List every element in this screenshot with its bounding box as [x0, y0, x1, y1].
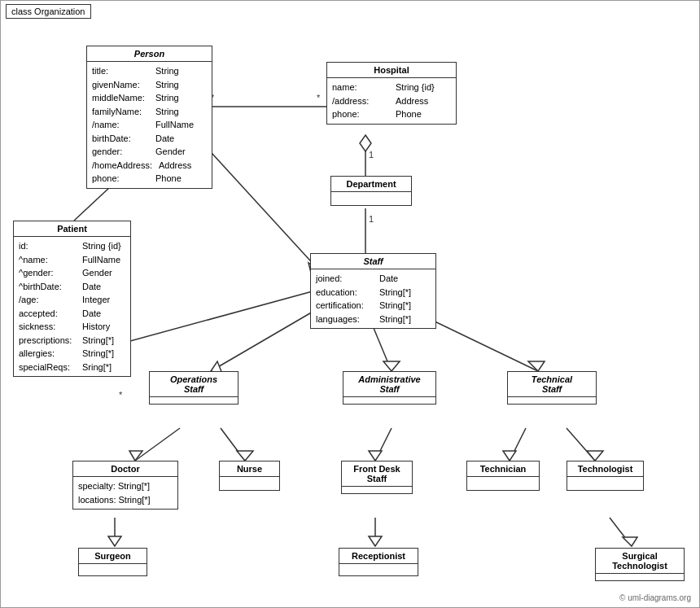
class-person-header: Person	[87, 46, 212, 62]
svg-line-27	[375, 428, 392, 461]
class-patient: Patient id:String {id} ^name:FullName ^g…	[13, 221, 131, 377]
class-surgical-technologist-header: SurgicalTechnologist	[596, 549, 684, 574]
class-technical-staff: TechnicalStaff	[507, 371, 597, 405]
class-department-header: Department	[331, 177, 411, 192]
svg-line-14	[211, 308, 318, 371]
class-nurse-header: Nurse	[220, 461, 279, 477]
svg-marker-17	[383, 361, 400, 371]
class-administrative-staff-body	[343, 397, 435, 404]
svg-line-25	[221, 428, 245, 461]
svg-line-12	[203, 143, 318, 269]
class-hospital-body: name:String {id} /address:Address phone:…	[327, 78, 456, 124]
class-department: Department	[330, 176, 412, 206]
svg-marker-26	[237, 451, 253, 461]
svg-marker-32	[587, 451, 603, 461]
svg-marker-28	[369, 451, 382, 461]
class-surgeon: Surgeon	[78, 548, 147, 576]
class-technical-staff-body	[508, 397, 596, 404]
class-receptionist: Receptionist	[339, 548, 418, 576]
class-department-body	[331, 192, 411, 205]
svg-marker-36	[369, 536, 382, 546]
class-nurse-body	[220, 477, 279, 490]
svg-text:*: *	[317, 93, 321, 103]
class-operations-staff-header: OperationsStaff	[150, 372, 238, 397]
class-operations-staff-body	[150, 397, 238, 404]
svg-marker-34	[108, 536, 121, 546]
class-front-desk-staff: Front DeskStaff	[341, 461, 413, 494]
class-technician-body	[467, 477, 539, 490]
class-receptionist-body	[339, 564, 418, 575]
class-technician-header: Technician	[467, 461, 539, 477]
class-surgeon-body	[79, 564, 147, 575]
svg-text:1: 1	[369, 214, 374, 224]
class-person: Person title:String givenName:String mid…	[86, 46, 212, 189]
class-technologist-header: Technologist	[567, 461, 643, 477]
class-staff-header: Staff	[311, 254, 435, 269]
class-patient-header: Patient	[14, 221, 130, 237]
diagram-title: class Organization	[6, 4, 91, 19]
class-hospital: Hospital name:String {id} /address:Addre…	[326, 62, 457, 125]
class-doctor: Doctor specialty: String[*] locations: S…	[72, 461, 178, 510]
class-receptionist-header: Receptionist	[339, 549, 418, 564]
class-technical-staff-header: TechnicalStaff	[508, 372, 596, 397]
class-technician: Technician	[466, 461, 540, 491]
class-surgeon-header: Surgeon	[79, 549, 147, 564]
svg-text:*: *	[119, 390, 123, 400]
svg-line-23	[135, 428, 180, 461]
class-administrative-staff: AdministrativeStaff	[343, 371, 436, 405]
class-hospital-header: Hospital	[327, 63, 456, 78]
class-nurse: Nurse	[219, 461, 280, 491]
class-technologist-body	[567, 477, 643, 490]
class-doctor-body: specialty: String[*] locations: String[*…	[73, 477, 177, 509]
class-staff: Staff joined:Date education:String[*] ce…	[310, 253, 436, 329]
class-patient-body: id:String {id} ^name:FullName ^gender:Ge…	[14, 237, 130, 376]
class-staff-body: joined:Date education:String[*] certific…	[311, 269, 435, 328]
class-technologist: Technologist	[567, 461, 644, 491]
svg-line-29	[510, 428, 526, 461]
svg-marker-38	[623, 537, 637, 546]
svg-line-37	[610, 518, 632, 546]
class-administrative-staff-header: AdministrativeStaff	[343, 372, 435, 397]
class-surgical-technologist-body	[596, 574, 684, 580]
svg-text:1: 1	[369, 150, 374, 160]
svg-marker-24	[129, 451, 142, 461]
copyright-text: © uml-diagrams.org	[619, 593, 691, 602]
class-doctor-header: Doctor	[73, 461, 177, 477]
class-front-desk-staff-header: Front DeskStaff	[342, 461, 412, 487]
class-person-body: title:String givenName:String middleName…	[87, 62, 212, 188]
svg-line-31	[567, 428, 595, 461]
svg-marker-4	[360, 135, 371, 151]
class-surgical-technologist: SurgicalTechnologist	[595, 548, 685, 581]
class-operations-staff: OperationsStaff	[149, 371, 238, 405]
svg-marker-30	[503, 451, 516, 461]
diagram-container: class Organization * * 1 * 1 *	[0, 0, 700, 608]
svg-marker-19	[528, 361, 545, 371]
class-front-desk-staff-body	[342, 487, 412, 493]
